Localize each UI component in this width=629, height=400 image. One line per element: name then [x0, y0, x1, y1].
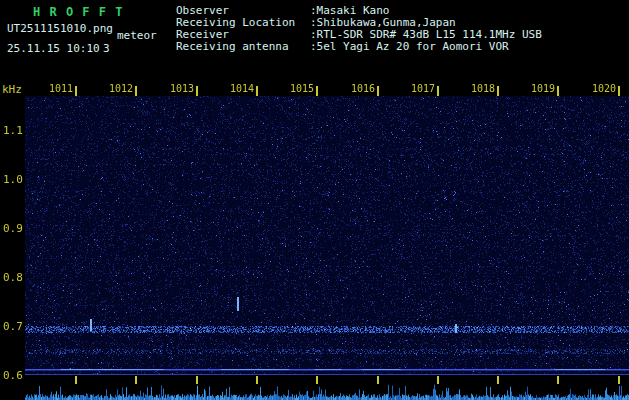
- app-title: H R O F F T: [33, 5, 123, 19]
- freq-tick-label: 1.0: [3, 173, 23, 186]
- station-info-row: Receiving antenna:5el Yagi Az 20 for Aom…: [176, 41, 542, 53]
- freq-tick-label: 0.8: [3, 271, 23, 284]
- observation-tag: meteor: [117, 29, 157, 42]
- spectrogram-canvas: [25, 84, 629, 400]
- observation-datetime: 25.11.15 10:10: [7, 42, 100, 55]
- station-info-value: :5el Yagi Az 20 for Aomori VOR: [310, 40, 509, 53]
- freq-axis-unit: kHz: [2, 83, 22, 96]
- freq-tick-label: 1.1: [3, 124, 23, 137]
- hrofft-screen: H R O F F T UT2511151010.png meteor 25.1…: [0, 0, 629, 400]
- output-filename: UT2511151010.png: [7, 22, 113, 35]
- freq-tick-label: 0.7: [3, 320, 23, 333]
- station-info: Observer:Masaki KanoReceiving Location:S…: [176, 5, 542, 53]
- echo-count: 3: [103, 42, 110, 55]
- freq-tick-label: 0.6: [3, 369, 23, 382]
- freq-tick-label: 0.9: [3, 222, 23, 235]
- station-info-label: Receiving antenna: [176, 41, 310, 53]
